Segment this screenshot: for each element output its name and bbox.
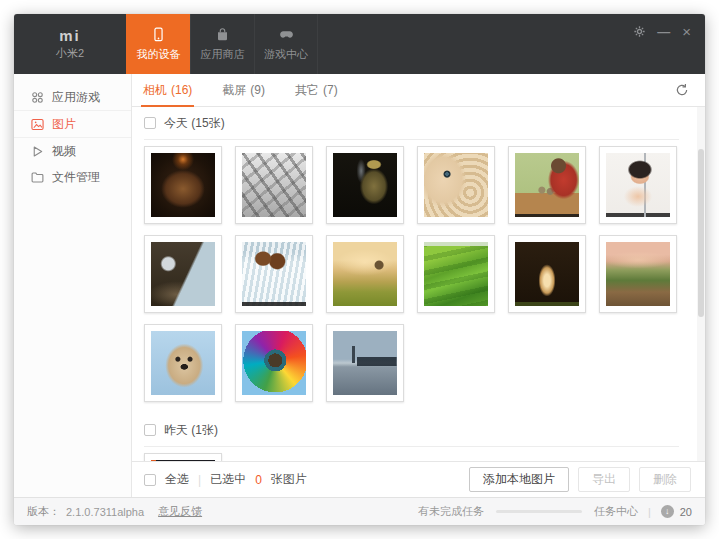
sidebar-item-videos[interactable]: 视频	[14, 138, 131, 164]
logo-block: mi 小米2	[14, 14, 126, 74]
portrait-reading-dark-photo	[151, 153, 215, 217]
photo-thumbnail-puppy[interactable]	[144, 324, 222, 402]
header-tab-label: 我的设备	[137, 47, 181, 62]
refresh-icon[interactable]	[675, 74, 689, 106]
photo-thumbnail-city-bridge-long-exposure[interactable]	[326, 324, 404, 402]
scrollbar-track	[697, 107, 705, 461]
golden-misty-hills-photo	[333, 242, 397, 306]
photo-thumbnail-baby-portrait[interactable]	[599, 146, 677, 224]
task-center-link[interactable]: 任务中心	[594, 504, 638, 519]
photo-thumbnail-forest-light-arch[interactable]	[508, 235, 586, 313]
title-bar: mi 小米2 我的设备 应用商店 游戏中心	[14, 14, 705, 74]
gamepad-icon	[279, 27, 294, 42]
photo-thumbnail-woman-curly-hair[interactable]	[417, 146, 495, 224]
header-tab-label: 游戏中心	[264, 47, 308, 62]
image-icon	[30, 117, 44, 131]
sidebar-item-pictures[interactable]: 图片	[14, 111, 131, 137]
photo-group-today: 今天 (15张)	[144, 107, 705, 414]
select-all-label: 全选	[165, 471, 189, 488]
tab-label: 相机	[143, 82, 167, 99]
sidebar: 应用游戏 图片 视频 文件管理	[14, 74, 132, 497]
header-tab-label: 应用商店	[201, 47, 245, 62]
version-value: 2.1.0.7311alpha	[66, 506, 144, 518]
tab-count: (7)	[323, 83, 338, 97]
select-all-checkbox[interactable]	[144, 474, 156, 486]
photo-thumbnail-sunset-valley[interactable]	[599, 235, 677, 313]
baby-portrait-photo	[606, 153, 670, 217]
selected-prefix: 已选中	[210, 471, 246, 488]
feedback-link[interactable]: 意见反馈	[158, 504, 202, 519]
tab-count: (16)	[171, 83, 192, 97]
window-controls: — ×	[634, 24, 691, 39]
divider: |	[198, 473, 201, 487]
export-button[interactable]: 导出	[578, 467, 630, 492]
photo-thumbnail-bw-sneakers[interactable]	[235, 146, 313, 224]
apps-grid-icon	[30, 90, 44, 104]
soldier-smoking-photo	[333, 153, 397, 217]
sidebar-item-label: 图片	[52, 116, 76, 133]
gear-icon[interactable]	[634, 26, 645, 37]
close-button[interactable]: ×	[682, 24, 691, 39]
app-window: mi 小米2 我的设备 应用商店 游戏中心	[14, 14, 705, 525]
photo-group-yesterday: 昨天 (1张)	[144, 414, 705, 461]
tab-label: 其它	[295, 82, 319, 99]
sidebar-item-file-manager[interactable]: 文件管理	[14, 164, 131, 190]
photo-grid-yesterday	[144, 447, 677, 461]
dark-orange-thumbnail-photo	[151, 460, 215, 461]
header-tabs: 我的设备 应用商店 游戏中心	[126, 14, 318, 74]
photo-thumbnail-hot-air-balloon[interactable]	[235, 324, 313, 402]
photo-thumbnail-golden-misty-hills[interactable]	[326, 235, 404, 313]
sidebar-item-apps-games[interactable]: 应用游戏	[14, 84, 131, 110]
divider: |	[648, 506, 651, 518]
mi-logo: mi	[59, 28, 81, 43]
tab-my-device[interactable]: 我的设备	[126, 14, 190, 74]
sunset-valley-photo	[606, 242, 670, 306]
task-progress-bar	[496, 510, 582, 513]
photo-thumbnail-soldier-smoking[interactable]	[326, 146, 404, 224]
city-bridge-long-exposure-photo	[333, 331, 397, 395]
photo-grid-today	[144, 140, 677, 414]
tab-game-center[interactable]: 游戏中心	[254, 14, 318, 74]
play-icon	[30, 144, 44, 158]
forest-light-arch-photo	[515, 242, 579, 306]
group-label: 昨天 (1张)	[164, 422, 218, 439]
workshop-interior-photo	[151, 242, 215, 306]
photo-scroll-area: 今天 (15张) 昨天 (1张)	[132, 107, 705, 461]
scrollbar-thumb[interactable]	[698, 149, 704, 317]
tab-other[interactable]: 其它 (7)	[295, 74, 338, 106]
hot-air-balloon-photo	[242, 331, 306, 395]
add-local-pictures-button[interactable]: 添加本地图片	[469, 467, 569, 492]
delete-button[interactable]: 删除	[639, 467, 691, 492]
status-bar: 版本： 2.1.0.7311alpha 意见反馈 有未完成任务 任务中心 | ↓…	[14, 497, 705, 525]
group-header-yesterday: 昨天 (1张)	[144, 414, 705, 446]
main-panel: 相机 (16) 截屏 (9) 其它 (7)	[132, 74, 705, 497]
group-checkbox-yesterday[interactable]	[144, 424, 156, 436]
folder-icon	[30, 170, 44, 184]
version-label: 版本：	[27, 504, 60, 519]
tab-label: 截屏	[222, 82, 246, 99]
bw-sneakers-photo	[242, 153, 306, 217]
tab-app-store[interactable]: 应用商店	[190, 14, 254, 74]
sidebar-item-label: 视频	[52, 143, 76, 160]
minimize-button[interactable]: —	[657, 25, 670, 38]
group-checkbox-today[interactable]	[144, 117, 156, 129]
selected-count: 0	[255, 473, 262, 487]
tab-screenshots[interactable]: 截屏 (9)	[222, 74, 265, 106]
tab-camera[interactable]: 相机 (16)	[143, 74, 192, 106]
sidebar-item-label: 应用游戏	[52, 89, 100, 106]
app-body: 应用游戏 图片 视频 文件管理	[14, 74, 705, 497]
photo-thumbnail-boy-stacking-coins[interactable]	[508, 146, 586, 224]
photo-thumbnail-green-rolling-hills[interactable]	[417, 235, 495, 313]
photo-thumbnail-bears-waterfall[interactable]	[235, 235, 313, 313]
photo-thumbnail-workshop-interior[interactable]	[144, 235, 222, 313]
download-count: 20	[680, 506, 692, 518]
selected-suffix: 张图片	[271, 471, 307, 488]
download-circle-icon[interactable]: ↓	[661, 505, 674, 518]
sidebar-item-label: 文件管理	[52, 169, 100, 186]
photo-thumbnail-portrait-reading-dark[interactable]	[144, 146, 222, 224]
group-header-today: 今天 (15张)	[144, 107, 705, 139]
photo-thumbnail-dark-orange-thumbnail[interactable]	[144, 453, 222, 461]
device-name: 小米2	[56, 46, 84, 61]
tab-count: (9)	[250, 83, 265, 97]
bag-icon	[215, 27, 230, 42]
